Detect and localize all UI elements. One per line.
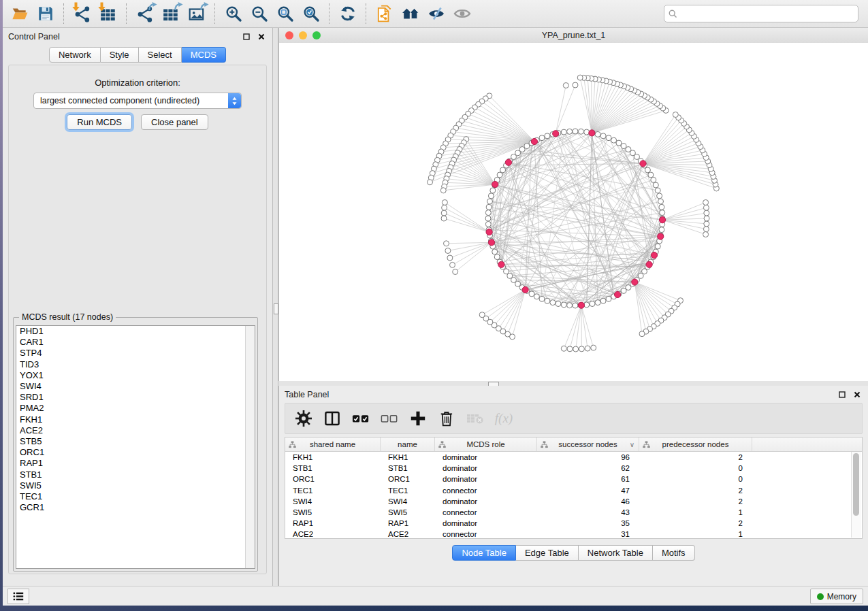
cell-predecessor-nodes: 2 <box>639 453 752 461</box>
add-row-button[interactable] <box>409 410 427 427</box>
mcds-result-groupbox: MCDS result (17 nodes) PHD1CAR1STP4TID3Y… <box>13 317 258 572</box>
mcds-result-item[interactable]: SRD1 <box>16 392 255 403</box>
column-header-predecessor-nodes[interactable]: predecessor nodes <box>639 437 752 451</box>
tab-edge-table[interactable]: Edge Table <box>516 545 579 561</box>
search-box[interactable] <box>664 5 858 22</box>
vertical-splitter[interactable] <box>272 28 278 587</box>
zoom-in-button[interactable] <box>221 1 246 26</box>
mcds-result-item[interactable]: RAP1 <box>16 458 255 469</box>
memory-button[interactable]: Memory <box>810 589 863 604</box>
clone-network-button[interactable] <box>372 1 398 26</box>
run-mcds-button[interactable]: Run MCDS <box>67 114 132 130</box>
delete-row-button[interactable] <box>438 410 455 427</box>
column-header-name[interactable]: name <box>381 437 435 451</box>
table-row[interactable]: RAP1RAP1dominator352 <box>285 518 862 529</box>
close-table-panel-icon[interactable] <box>852 389 863 400</box>
table-row[interactable]: STB1STB1dominator620 <box>285 463 862 474</box>
delete-table-button <box>466 410 484 427</box>
deselect-all-rows-button[interactable] <box>381 410 398 427</box>
export-network-button[interactable] <box>132 1 158 26</box>
export-image-button[interactable] <box>184 1 210 26</box>
mcds-result-item[interactable]: PHD1 <box>16 326 255 337</box>
mcds-result-item[interactable]: ORC1 <box>16 447 255 458</box>
minimize-window-icon[interactable] <box>299 31 307 39</box>
mcds-result-item[interactable]: PMA2 <box>16 403 255 414</box>
network-canvas[interactable] <box>279 43 868 381</box>
neighborhood-houses-button[interactable] <box>398 1 423 26</box>
network-leaf-nodes <box>428 75 720 352</box>
table-row[interactable]: TEC1TEC1connector472 <box>285 485 862 496</box>
close-panel-icon[interactable] <box>256 31 267 42</box>
memory-label: Memory <box>827 592 856 601</box>
mcds-result-list[interactable]: PHD1CAR1STP4TID3YOX1SWI4SRD1PMA2FKH1ACE2… <box>16 325 255 569</box>
close-window-icon[interactable] <box>285 31 293 39</box>
status-bar: Memory <box>3 586 868 606</box>
mcds-result-item[interactable]: STB1 <box>16 469 255 480</box>
mcds-result-item[interactable]: CAR1 <box>16 337 255 348</box>
mcds-result-item[interactable]: ACE2 <box>16 425 255 436</box>
zoom-in-icon <box>225 5 242 22</box>
cell-predecessor-nodes: 2 <box>639 519 752 527</box>
table-row[interactable]: ACE2ACE2connector311 <box>285 529 862 539</box>
arrow-up-icon <box>148 1 157 11</box>
mcds-result-item[interactable]: GCR1 <box>16 502 255 513</box>
maximize-window-icon[interactable] <box>312 31 321 39</box>
mcds-result-item[interactable]: FKH1 <box>16 414 255 425</box>
tab-network-table[interactable]: Network Table <box>579 545 653 561</box>
column-header-MCDS-role[interactable]: MCDS role <box>435 437 537 451</box>
neighborhood-houses-icon <box>402 5 419 22</box>
table-row[interactable]: FKH1FKH1dominator962 <box>285 452 862 463</box>
tab-style[interactable]: Style <box>101 47 139 63</box>
mcds-result-item[interactable]: STB5 <box>16 436 255 447</box>
float-table-panel-icon[interactable] <box>837 389 848 400</box>
show-hidden-icon <box>453 5 471 22</box>
export-table-button[interactable] <box>158 1 184 26</box>
select-all-rows-button[interactable] <box>352 410 370 427</box>
horizontal-splitter[interactable] <box>278 381 868 386</box>
tab-mcds[interactable]: MCDS <box>182 47 226 63</box>
column-header-successor-nodes[interactable]: successor nodes∨ <box>537 437 639 451</box>
import-network-button[interactable] <box>69 1 95 26</box>
mcds-tab-content: Optimization criterion: largest connecte… <box>8 65 267 574</box>
task-history-button[interactable] <box>7 589 29 604</box>
cell-name: RAP1 <box>381 519 435 527</box>
zoom-fit-button[interactable] <box>272 1 298 26</box>
table-settings-button[interactable] <box>295 410 312 427</box>
tab-node-table[interactable]: Node Table <box>452 545 516 561</box>
refresh-layout-button[interactable] <box>335 1 361 26</box>
table-row[interactable]: ORC1ORC1dominator610 <box>285 474 862 484</box>
save-session-button[interactable] <box>33 1 59 26</box>
float-panel-icon[interactable] <box>241 31 252 42</box>
mcds-list-scrollbar[interactable] <box>245 326 255 568</box>
tab-network[interactable]: Network <box>49 47 101 63</box>
table-row[interactable]: SWI5SWI5connector431 <box>285 507 862 518</box>
search-input[interactable] <box>677 9 858 18</box>
mcds-result-item[interactable]: SWI5 <box>16 480 255 491</box>
cell-name: TEC1 <box>381 486 435 495</box>
mcds-result-item[interactable]: TID3 <box>16 359 255 370</box>
refresh-layout-icon <box>339 5 357 22</box>
table-scrollbar[interactable] <box>851 452 861 538</box>
table-row[interactable]: SWI4SWI4dominator462 <box>285 496 862 507</box>
show-hidden-button[interactable] <box>449 1 475 26</box>
show-columns-button[interactable] <box>323 410 341 427</box>
tab-motifs[interactable]: Motifs <box>653 545 695 561</box>
import-table-button[interactable] <box>95 1 121 26</box>
mcds-result-item[interactable]: SWI4 <box>16 381 255 392</box>
mcds-result-item[interactable]: TEC1 <box>16 491 255 502</box>
optimization-dropdown[interactable]: largest connected component (undirected) <box>33 93 242 109</box>
cell-name: ORC1 <box>381 475 435 483</box>
column-header-shared-name[interactable]: shared name <box>285 437 381 451</box>
zoom-out-button[interactable] <box>246 1 272 26</box>
close-panel-button[interactable]: Close panel <box>141 114 208 130</box>
open-session-button[interactable] <box>7 1 33 26</box>
zoom-selected-button[interactable] <box>298 1 324 26</box>
mcds-result-item[interactable]: YOX1 <box>16 370 255 381</box>
vertical-splitter-handle[interactable] <box>274 303 278 314</box>
mcds-result-item[interactable]: STP4 <box>16 348 255 359</box>
tab-select[interactable]: Select <box>139 47 182 63</box>
cell-MCDS-role: dominator <box>435 475 537 483</box>
cell-name: ACE2 <box>381 530 435 538</box>
hide-selected-button[interactable] <box>423 1 449 26</box>
table-scrollbar-thumb[interactable] <box>853 453 859 516</box>
